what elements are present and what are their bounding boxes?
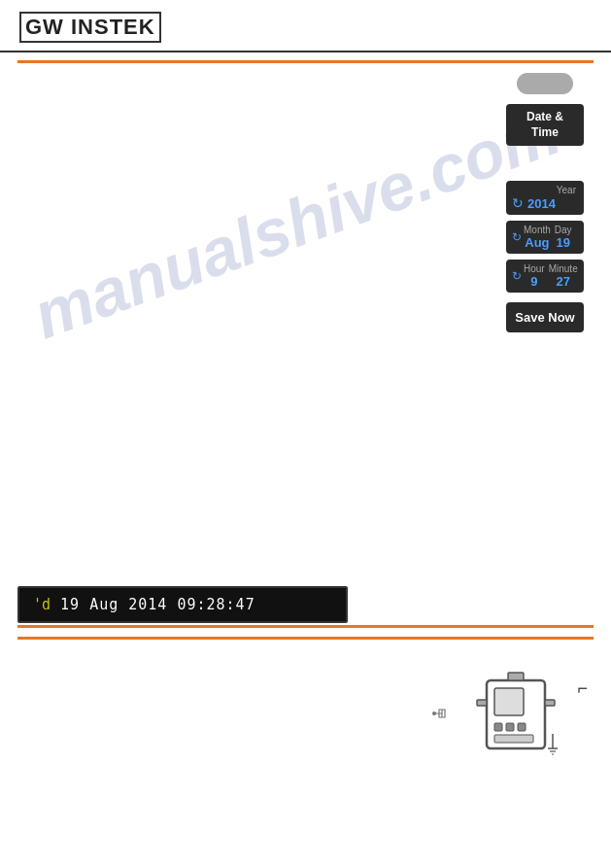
top-section: Date &Time Year ↻ 2014 ↻ Month Aug <box>17 73 594 578</box>
year-value-row: ↻ 2014 <box>512 195 578 211</box>
hour-minute-cols: Hour 9 Minute 27 <box>524 263 578 289</box>
display-area: 'd 19 Aug 2014 09:28:47 <box>17 586 594 623</box>
top-orange-line <box>17 60 594 63</box>
hour-minute-icon-row: ↻ Hour 9 Minute 27 <box>512 263 578 289</box>
hour-label: Hour <box>524 263 545 274</box>
day-value: 19 <box>555 235 572 250</box>
month-day-refresh-icon: ↻ <box>512 230 522 244</box>
right-panel: Date &Time Year ↻ 2014 ↻ Month Aug <box>496 73 594 332</box>
svg-rect-5 <box>518 723 526 731</box>
footer-orange-line <box>17 625 594 628</box>
year-label: Year <box>512 185 578 195</box>
month-label: Month <box>524 225 551 235</box>
svg-rect-2 <box>494 688 524 715</box>
svg-point-0 <box>432 712 436 715</box>
month-day-cols: Month Aug Day 19 <box>524 225 572 250</box>
save-now-label: Save Now <box>515 310 574 325</box>
display-label: 'd <box>33 596 51 613</box>
svg-rect-6 <box>494 735 533 743</box>
bottom-orange-line <box>17 637 594 640</box>
svg-rect-4 <box>506 723 514 731</box>
oval-button[interactable] <box>517 73 573 94</box>
display-strip: 'd 19 Aug 2014 09:28:47 <box>17 586 348 623</box>
usb-icon <box>432 706 456 721</box>
hour-col: Hour 9 <box>524 263 545 289</box>
year-panel[interactable]: Year ↻ 2014 <box>506 181 584 215</box>
hour-minute-refresh-icon: ↻ <box>512 269 522 283</box>
day-col: Day 19 <box>555 225 572 250</box>
logo-text: GW INSTEK <box>25 15 155 39</box>
device-svg-wrap: ⌐ <box>467 671 564 762</box>
main-content: manualshive.com Date &Time Year ↻ 2014 <box>0 73 611 640</box>
hour-minute-panel[interactable]: ↻ Hour 9 Minute 27 <box>506 260 584 293</box>
year-value: 2014 <box>527 196 556 211</box>
minute-col: Minute 27 <box>549 263 578 289</box>
month-day-icon-row: ↻ Month Aug Day 19 <box>512 225 578 250</box>
pulse-symbol: ⌐ <box>577 678 588 699</box>
month-day-panel[interactable]: ↻ Month Aug Day 19 <box>506 221 584 254</box>
year-refresh-icon: ↻ <box>512 195 524 211</box>
minute-label: Minute <box>549 263 578 274</box>
device-area: ⌐ <box>467 671 564 762</box>
month-value: Aug <box>524 235 551 250</box>
device-svg <box>467 671 564 758</box>
display-value: 19 Aug 2014 09:28:47 <box>60 596 255 613</box>
date-time-button[interactable]: Date &Time <box>506 104 584 146</box>
svg-rect-9 <box>508 673 524 680</box>
minute-value: 27 <box>549 274 578 289</box>
usb-label <box>432 706 456 723</box>
svg-rect-7 <box>477 700 487 706</box>
day-label: Day <box>555 225 572 235</box>
date-time-label: Date &Time <box>526 110 563 139</box>
svg-rect-8 <box>545 700 555 706</box>
header: GW INSTEK <box>0 0 611 52</box>
svg-rect-3 <box>494 723 502 731</box>
logo-border: GW INSTEK <box>19 12 161 43</box>
hour-value: 9 <box>524 274 545 289</box>
month-col: Month Aug <box>524 225 551 250</box>
save-now-button[interactable]: Save Now <box>506 302 584 332</box>
logo: GW INSTEK <box>19 12 592 43</box>
